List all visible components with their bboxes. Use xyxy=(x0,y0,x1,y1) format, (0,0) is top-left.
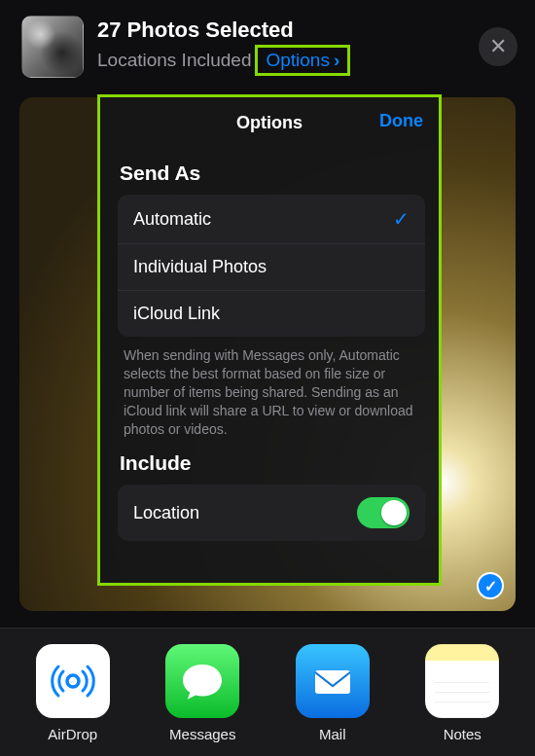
options-panel-header: Options Done xyxy=(100,97,439,148)
subtitle-locations: Locations Included xyxy=(97,50,251,71)
list-item-label: iCloud Link xyxy=(133,304,220,324)
share-messages[interactable]: Messages xyxy=(149,644,256,742)
page-title: 27 Photos Selected xyxy=(97,18,465,43)
send-as-section: Send As Automatic ✓ Individual Photos iC… xyxy=(100,162,439,438)
include-location-row: Location xyxy=(118,485,425,541)
messages-icon xyxy=(165,644,239,718)
selection-checkmark[interactable]: ✓ xyxy=(477,572,504,599)
share-label: Messages xyxy=(169,726,235,742)
share-label: AirDrop xyxy=(48,726,97,742)
send-as-list: Automatic ✓ Individual Photos iCloud Lin… xyxy=(118,195,425,337)
list-item-label: Automatic xyxy=(133,209,211,230)
svg-point-0 xyxy=(67,675,79,687)
list-item-label: Individual Photos xyxy=(133,257,267,277)
location-toggle[interactable] xyxy=(357,497,410,528)
send-as-automatic[interactable]: Automatic ✓ xyxy=(118,195,425,244)
svg-rect-1 xyxy=(315,670,350,694)
close-icon: ✕ xyxy=(489,34,507,59)
share-mail[interactable]: Mail xyxy=(279,644,386,742)
header-thumbnail xyxy=(21,16,84,78)
header-text: 27 Photos Selected Locations Included Op… xyxy=(97,18,465,76)
share-airdrop[interactable]: AirDrop xyxy=(19,644,126,742)
share-notes[interactable]: Notes xyxy=(409,644,516,742)
send-as-title: Send As xyxy=(120,162,425,185)
include-location-label: Location xyxy=(133,503,199,523)
chevron-right-icon: › xyxy=(334,50,339,71)
send-as-icloud-link[interactable]: iCloud Link xyxy=(118,291,425,337)
share-sheet-header: 27 Photos Selected Locations Included Op… xyxy=(0,0,535,88)
check-icon: ✓ xyxy=(484,577,497,595)
include-title: Include xyxy=(120,451,425,475)
options-panel-title: Options xyxy=(236,113,303,133)
done-button[interactable]: Done xyxy=(379,111,423,131)
include-section: Include Location xyxy=(100,451,439,541)
options-panel: Options Done Send As Automatic ✓ Individ… xyxy=(97,94,442,586)
options-button-label: Options xyxy=(266,50,329,71)
options-button-highlighted[interactable]: Options › xyxy=(255,45,350,76)
share-label: Notes xyxy=(444,726,482,742)
send-as-individual[interactable]: Individual Photos xyxy=(118,244,425,291)
share-label: Mail xyxy=(319,726,346,742)
airdrop-icon xyxy=(36,644,110,718)
mail-icon xyxy=(296,644,370,718)
notes-icon xyxy=(425,644,499,718)
include-list: Location xyxy=(118,485,425,541)
check-icon: ✓ xyxy=(393,207,410,231)
share-destinations: AirDrop Messages Mail Notes xyxy=(0,628,535,756)
send-as-footer-note: When sending with Messages only, Automat… xyxy=(118,337,425,438)
close-button[interactable]: ✕ xyxy=(479,27,517,66)
toggle-knob xyxy=(381,500,407,525)
